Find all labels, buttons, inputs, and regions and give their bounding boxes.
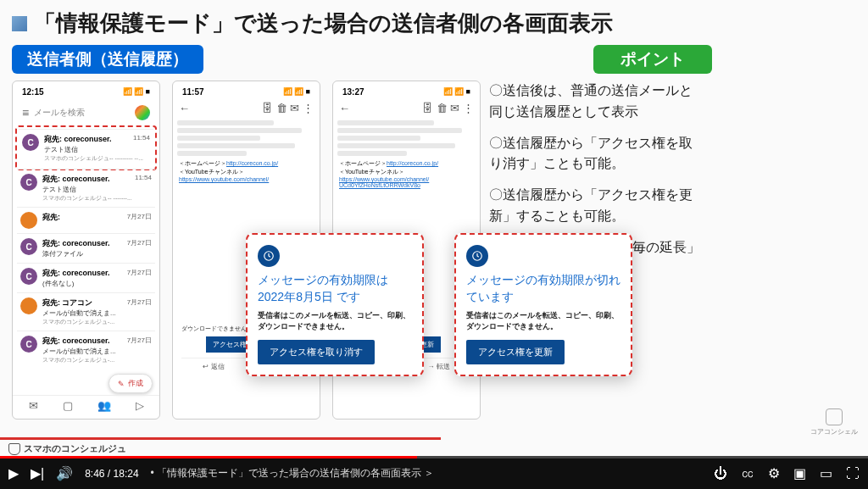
menu-icon[interactable]: ≡ [22,106,29,119]
avatar-icon: C [20,336,37,353]
settings-button[interactable]: ⚙ [768,465,780,481]
more-icon[interactable]: ⋮ [303,102,314,114]
delete-icon[interactable]: 🗑 [437,102,448,114]
spaces-icon[interactable]: 👥 [97,399,111,412]
volume-button[interactable]: 🔊 [56,465,73,481]
status-bar: 12:15📶 📶 ■ [17,86,155,98]
miniplayer-button[interactable]: ▣ [793,465,806,481]
bottom-nav: ✉ ▢ 👥 ▷ [13,395,159,415]
theater-button[interactable]: ▭ [820,465,832,481]
mail-links: ＜ホームページ＞http://corecon.co.jp/ ＜YouTubeチャ… [179,159,314,182]
mail-item-featured[interactable]: C 宛先: coreconuser.11:54 テスト送信 スマホのコンシェルジ… [19,129,153,167]
avatar-icon: C [20,268,37,285]
meet-icon[interactable]: ▷ [136,399,144,412]
delete-icon[interactable]: 🗑 [276,102,287,114]
update-access-button[interactable]: アクセス権を更新 [466,340,565,364]
slide-title: 「情報保護モード」で送った場合の送信者側の各画面表示 [34,8,613,38]
next-button[interactable]: ▶| [31,465,44,481]
chat-icon[interactable]: ▢ [63,399,73,412]
popup-desc: 受信者はこのメールを転送、コピー、印刷、ダウンロードできません。 [466,310,620,331]
autoplay-toggle[interactable]: ⏻ [714,466,727,481]
shield-icon [8,443,20,455]
progress-bar[interactable] [0,456,868,458]
mail-item[interactable]: C宛先: coreconuser.7月27日(件名なし) [17,263,155,292]
highlighted-mail: C 宛先: coreconuser.11:54 テスト送信 スマホのコンシェルジ… [15,125,157,170]
play-button[interactable]: ▶ [8,465,19,481]
avatar-icon [20,212,37,229]
video-frame: 「情報保護モード」で送った場合の送信者側の各画面表示 送信者側（送信履歴） ポイ… [0,0,868,458]
forward-button[interactable]: → 転送 [427,362,449,371]
point-3: 〇送信履歴から「アクセス権を更新」することも可能。 [489,185,701,227]
mail-item[interactable]: C宛先: coreconuser.7月27日添付ファイル [17,233,155,263]
logo-icon [826,408,843,425]
homepage-link[interactable]: http://corecon.co.jp/ [387,160,438,166]
back-icon[interactable]: ← [179,102,190,114]
avatar-icon [20,297,37,314]
fullscreen-button[interactable]: ⛶ [846,466,860,481]
mail-item[interactable]: C宛先: coreconuser.11:54テスト送信スマホのコンシェルジュ--… [17,169,155,207]
mail-item[interactable]: C宛先: coreconuser.7月27日メールが自動で消えま...スマホのコ… [17,331,155,369]
mail-icon[interactable]: ✉ [450,102,459,114]
red-underline [0,437,441,440]
youtube-link[interactable]: https://www.youtube.com/channel/ [179,176,269,182]
pencil-icon: ✎ [118,380,125,388]
player-controls: ▶ ▶| 🔊 8:46 / 18:24 • 「情報保護モード」で送った場合の送信… [0,458,868,489]
phone-inbox: 12:15📶 📶 ■ ≡ メールを検索 C 宛先: coreconuser.11… [12,81,160,420]
reply-button[interactable]: ↩ 返信 [203,362,224,371]
search-input[interactable]: メールを検索 [34,107,130,119]
popup-update: メッセージの有効期限が切れています 受信者はこのメールを転送、コピー、印刷、ダウ… [454,233,632,376]
badge-row: 送信者側（送信履歴） ポイント [12,45,856,74]
avatar-icon: C [22,134,39,151]
popup-revoke: メッセージの有効期限は 2022年8月5日 です 受信者はこのメールを転送、コピ… [246,233,424,376]
compose-button[interactable]: ✎作成 [108,374,153,393]
clock-lock-icon [258,245,280,267]
archive-icon[interactable]: 🗄 [422,102,433,114]
progress-fill [0,456,417,458]
search-bar[interactable]: ≡ メールを検索 [17,102,155,124]
mail-item[interactable]: 宛先: コアコン7月27日メールが自動で消えま...スマホのコンシェルジュ-..… [17,292,155,331]
main-row: 12:15📶 📶 ■ ≡ メールを検索 C 宛先: coreconuser.11… [12,81,856,420]
back-icon[interactable]: ← [339,102,350,114]
youtube-link[interactable]: https://www.youtube.com/channel/ [339,176,429,182]
homepage-link[interactable]: http://corecon.co.jp/ [226,160,278,166]
mail-icon[interactable]: ✉ [29,399,38,412]
time-display: 8:46 / 18:24 [85,468,138,480]
revoke-access-button[interactable]: アクセス権を取り消す [258,340,375,364]
captions-button[interactable]: ㏄ [741,464,754,482]
mail-toolbar: ←🗄 🗑 ✉ ⋮ [177,98,315,118]
popup-title: メッセージの有効期限は 2022年8月5日 です [258,272,412,305]
corner-logo: コアコンシェル [810,408,858,436]
header-square-icon [12,16,27,31]
point-2: 〇送信履歴から「アクセス権を取り消す」ことも可能。 [489,133,701,175]
mail-item[interactable]: 宛先:7月27日 [17,207,155,233]
mail-icon[interactable]: ✉ [290,102,299,114]
popup-desc: 受信者はこのメールを転送、コピー、印刷、ダウンロードできません。 [258,310,412,331]
avatar-icon: C [20,174,37,191]
chapter-title[interactable]: • 「情報保護モード」で送った場合の送信者側の各画面表示 ＞ [151,466,435,481]
account-avatar-icon[interactable] [135,105,150,120]
channel-brand: スマホのコンシェルジュ [8,442,126,455]
slide-header: 「情報保護モード」で送った場合の送信者側の各画面表示 [12,8,856,38]
popup-title: メッセージの有効期限が切れています [466,272,620,305]
slide: 「情報保護モード」で送った場合の送信者側の各画面表示 送信者側（送信履歴） ポイ… [0,0,868,445]
clock-lock-icon [466,245,488,267]
badge-sender: 送信者側（送信履歴） [12,45,203,74]
point-1: 〇送信後は、普通の送信メールと同じ送信履歴として表示 [489,81,701,123]
badge-points: ポイント [593,45,712,74]
archive-icon[interactable]: 🗄 [262,102,273,114]
avatar-icon: C [20,238,37,255]
more-icon[interactable]: ⋮ [463,102,474,114]
